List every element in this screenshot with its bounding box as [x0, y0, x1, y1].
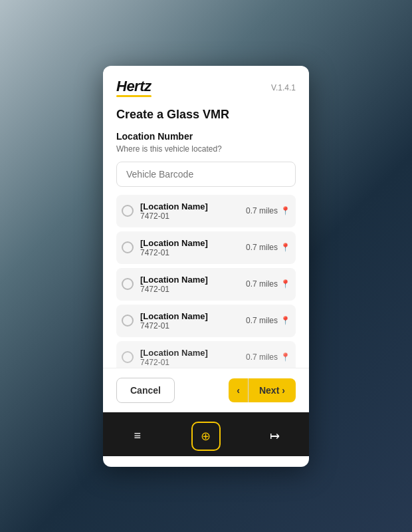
modal-container: Hertz V.1.4.1 Create a Glass VMR Locatio… — [103, 66, 309, 467]
modal-header: Hertz V.1.4.1 — [116, 79, 296, 97]
menu-icon: ≡ — [134, 429, 141, 443]
pin-icon-1: 📍 — [280, 243, 290, 252]
footer-actions: Cancel ‹ Next › — [103, 368, 309, 412]
pin-icon-3: 📍 — [280, 316, 290, 325]
nav-item-menu[interactable]: ≡ — [123, 422, 152, 451]
location-name-4: [Location Name] — [140, 348, 239, 358]
location-info-3: [Location Name] 7472-01 — [140, 311, 239, 331]
radio-button-3[interactable] — [122, 315, 134, 327]
location-code-1: 7472-01 — [140, 248, 239, 257]
add-icon: ⊕ — [201, 429, 211, 444]
section-subtitle: Where is this vehicle located? — [116, 144, 296, 154]
version-text: V.1.4.1 — [271, 83, 296, 92]
next-button[interactable]: Next › — [249, 378, 296, 402]
home-indicator — [179, 462, 233, 464]
pin-icon-2: 📍 — [280, 279, 290, 289]
vehicle-barcode-input[interactable] — [116, 162, 296, 187]
pin-icon-0: 📍 — [280, 206, 290, 215]
location-info-4: [Location Name] 7472-01 — [140, 348, 239, 367]
logo-area: Hertz — [116, 79, 152, 97]
prev-button[interactable]: ‹ — [229, 378, 248, 402]
location-code-4: 7472-01 — [140, 358, 239, 367]
radio-button-0[interactable] — [122, 205, 134, 217]
nav-item-exit[interactable]: ↦ — [260, 422, 289, 451]
location-info-1: [Location Name] 7472-01 — [140, 238, 239, 257]
radio-button-4[interactable] — [122, 351, 134, 363]
pin-icon-4: 📍 — [280, 352, 290, 362]
list-item[interactable]: [Location Name] 7472-01 0.7 miles 📍 — [116, 341, 296, 368]
location-name-1: [Location Name] — [140, 238, 239, 248]
section-title: Location Number — [116, 131, 296, 142]
location-code-0: 7472-01 — [140, 211, 239, 221]
location-code-2: 7472-01 — [140, 285, 239, 294]
location-name-0: [Location Name] — [140, 201, 239, 211]
radio-button-2[interactable] — [122, 278, 134, 290]
bottom-nav: ≡ ⊕ ↦ — [103, 412, 309, 456]
location-list: [Location Name] 7472-01 0.7 miles 📍 [Loc… — [116, 195, 296, 368]
location-distance-2: 0.7 miles 📍 — [246, 279, 290, 289]
cancel-button[interactable]: Cancel — [116, 378, 175, 403]
location-distance-1: 0.7 miles 📍 — [246, 243, 290, 252]
list-item[interactable]: [Location Name] 7472-01 0.7 miles 📍 — [116, 268, 296, 301]
page-title: Create a Glass VMR — [116, 108, 296, 122]
location-name-2: [Location Name] — [140, 275, 239, 285]
location-distance-0: 0.7 miles 📍 — [246, 206, 290, 215]
location-distance-3: 0.7 miles 📍 — [246, 316, 290, 325]
list-item[interactable]: [Location Name] 7472-01 0.7 miles 📍 — [116, 231, 296, 264]
radio-button-1[interactable] — [122, 241, 134, 253]
modal-body: Hertz V.1.4.1 Create a Glass VMR Locatio… — [103, 66, 309, 368]
next-button-group: ‹ Next › — [229, 378, 296, 402]
location-name-3: [Location Name] — [140, 311, 239, 321]
logo-text: Hertz — [116, 79, 152, 94]
logo-underline — [116, 95, 152, 97]
exit-icon: ↦ — [270, 429, 280, 444]
location-distance-4: 0.7 miles 📍 — [246, 352, 290, 362]
list-item[interactable]: [Location Name] 7472-01 0.7 miles 📍 — [116, 305, 296, 337]
nav-item-add[interactable]: ⊕ — [191, 422, 221, 451]
location-code-3: 7472-01 — [140, 321, 239, 331]
location-info-2: [Location Name] 7472-01 — [140, 275, 239, 294]
location-info-0: [Location Name] 7472-01 — [140, 201, 239, 221]
list-item[interactable]: [Location Name] 7472-01 0.7 miles 📍 — [116, 195, 296, 227]
